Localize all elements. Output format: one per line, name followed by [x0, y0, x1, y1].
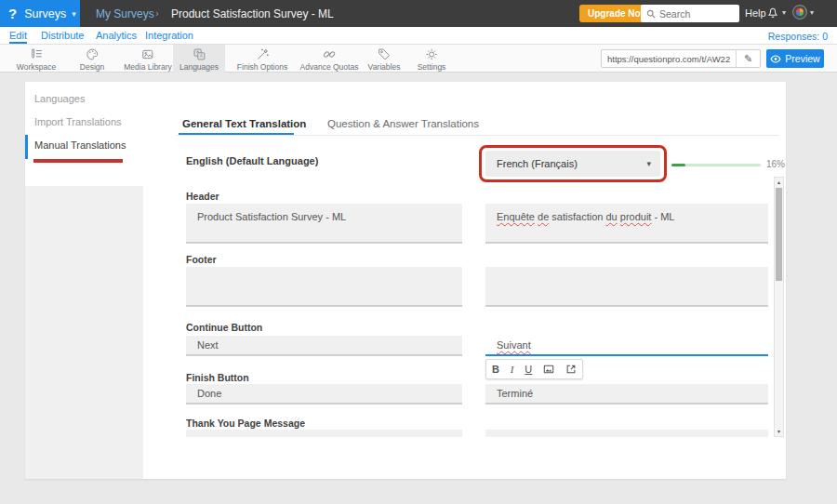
eye-icon	[770, 55, 781, 63]
finish-translation-field[interactable]: Terminé	[485, 384, 768, 405]
notifications-menu[interactable]: ▾	[766, 6, 786, 20]
tool-variables[interactable]: Variables	[362, 45, 407, 73]
source-language-label: English (Default Language)	[186, 155, 318, 166]
edit-toolbar: Workspace Design Media Library	[0, 45, 837, 73]
chain-link-icon	[322, 47, 336, 61]
scrollbar-down-arrow[interactable]: ▾	[774, 427, 784, 436]
field-label-finish-button: Finish Button	[186, 372, 249, 383]
nav-distribute[interactable]: Distribute	[41, 30, 84, 41]
active-item-indicator	[25, 135, 28, 159]
questionpro-logo-icon: ?	[8, 6, 17, 21]
settings-sidebar: Languages Import Translations Manual Tra…	[25, 82, 143, 479]
page-background: Languages Import Translations Manual Tra…	[0, 73, 837, 504]
breadcrumb-separator-icon: ›	[155, 7, 159, 19]
annotation-red-underline	[33, 159, 123, 163]
product-switcher[interactable]: ? Surveys ▾	[0, 0, 80, 27]
field-label-thank-you: Thank You Page Message	[186, 418, 305, 429]
scrollbar-thumb[interactable]	[776, 188, 782, 281]
footer-source-field[interactable]	[186, 267, 462, 307]
tool-languages[interactable]: A Languages	[173, 45, 225, 73]
translation-icon: A	[192, 47, 206, 61]
edit-url-pencil-icon[interactable]: ✎	[736, 50, 760, 67]
survey-url-input[interactable]	[602, 54, 736, 64]
breadcrumb-survey-title: Product Satisfaction Survey - ML	[171, 7, 334, 20]
tab-question-answer-translations[interactable]: Question & Answer Translations	[327, 118, 479, 129]
translation-progress-percent: 16%	[766, 159, 785, 169]
translation-progress-fill	[671, 164, 685, 166]
scrollbar-up-arrow[interactable]: ▴	[774, 178, 784, 187]
insert-image-button[interactable]	[543, 364, 554, 375]
preview-button[interactable]: Preview	[766, 49, 824, 68]
continue-source-field[interactable]: Next	[186, 336, 462, 356]
nav-analytics[interactable]: Analytics	[96, 30, 137, 41]
image-icon	[141, 47, 155, 61]
continue-translation-field[interactable]: Suivant	[485, 336, 768, 356]
product-name: Surveys	[24, 7, 66, 20]
search-input[interactable]	[659, 8, 732, 20]
svg-text:A: A	[199, 53, 203, 59]
manual-translations-content: General Text Translation Question & Answ…	[143, 82, 786, 479]
tool-advance-quotas[interactable]: Advance Quotas	[294, 45, 365, 73]
sidebar-item-languages[interactable]: Languages	[25, 87, 143, 111]
tool-finish-options[interactable]: Finish Options	[231, 45, 294, 73]
tag-icon	[378, 47, 392, 61]
tool-media-library[interactable]: Media Library	[117, 45, 179, 73]
insert-link-button[interactable]	[565, 364, 577, 375]
chevron-down-icon: ▾	[810, 8, 814, 17]
tool-design[interactable]: Design	[73, 45, 111, 73]
underline-button[interactable]: U	[525, 360, 532, 378]
global-search[interactable]	[641, 5, 739, 22]
breadcrumb-my-surveys[interactable]: My Surveys	[96, 7, 154, 20]
palette-icon	[86, 47, 100, 61]
chevron-down-icon: ▾	[782, 8, 786, 17]
translation-progress-bar	[671, 164, 761, 166]
survey-url-box: ✎	[601, 49, 761, 68]
workspace-icon	[29, 47, 43, 61]
responses-count[interactable]: Responses: 0	[768, 31, 828, 42]
search-icon	[646, 9, 656, 19]
rich-text-format-toolbar: B I U	[485, 359, 583, 379]
field-label-footer: Footer	[186, 254, 217, 265]
gear-icon	[425, 47, 439, 61]
annotation-red-highlight-box	[479, 145, 667, 182]
bold-button[interactable]: B	[492, 360, 499, 378]
thank-you-translation-field[interactable]	[485, 430, 768, 437]
chevron-down-icon: ▾	[72, 9, 76, 19]
magic-wand-icon	[256, 47, 270, 61]
header-translation-field[interactable]: Enquête de satisfaction du produit - ML	[485, 204, 768, 244]
nav-integration[interactable]: Integration	[145, 30, 193, 41]
bell-icon	[766, 6, 779, 20]
sidebar-item-import-translations[interactable]: Import Translations	[25, 111, 143, 134]
top-bar: ? Surveys ▾ My Surveys › Product Satisfa…	[0, 0, 837, 27]
header-source-field[interactable]: Product Satisfaction Survey - ML	[186, 204, 462, 244]
thank-you-source-field[interactable]	[186, 430, 462, 437]
tab-general-text-translation[interactable]: General Text Translation	[182, 118, 306, 129]
nav-edit[interactable]: Edit	[9, 30, 27, 44]
avatar	[792, 5, 807, 20]
tabs-divider	[177, 135, 779, 136]
finish-source-field[interactable]: Done	[186, 384, 462, 405]
footer-translation-field[interactable]	[485, 267, 768, 307]
field-label-header: Header	[186, 191, 219, 202]
primary-nav: Edit Distribute Analytics Integration Re…	[0, 27, 837, 45]
translations-panel: Languages Import Translations Manual Tra…	[25, 82, 786, 479]
sidebar-item-manual-translations[interactable]: Manual Translations	[25, 134, 143, 157]
tool-workspace[interactable]: Workspace	[10, 45, 62, 73]
account-menu[interactable]: ▾	[792, 5, 814, 20]
field-label-continue-button: Continue Button	[186, 322, 262, 333]
tool-settings[interactable]: Settings	[411, 45, 453, 73]
italic-button[interactable]: I	[511, 360, 514, 378]
help-link[interactable]: Help	[745, 7, 766, 19]
